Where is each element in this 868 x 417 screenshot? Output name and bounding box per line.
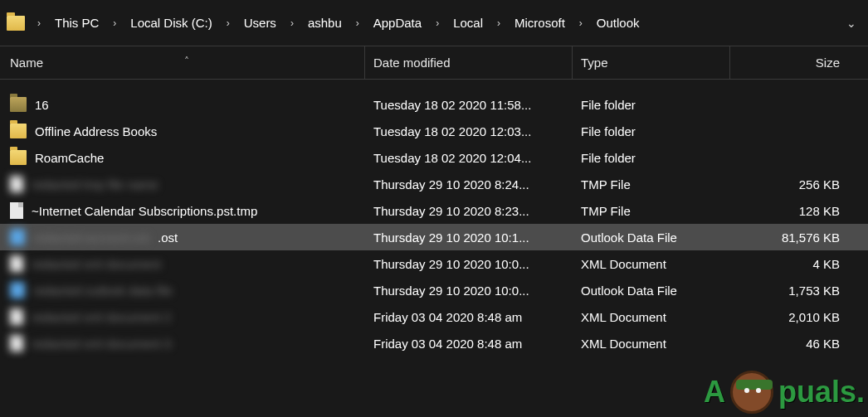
file-name: redacted xml document	[32, 257, 161, 271]
table-row[interactable]: RoamCacheTuesday 18 02 2020 12:04...File…	[0, 144, 868, 171]
cell-date-modified: Thursday 29 10 2020 10:1...	[365, 230, 573, 245]
watermark-prefix: A	[704, 375, 725, 410]
cell-size: 1,753 KB	[730, 284, 868, 298]
cell-type: XML Document	[573, 337, 730, 351]
folder-icon	[10, 150, 27, 165]
file-name: ~Internet Calendar Subscriptions.pst.tmp	[32, 204, 257, 218]
cell-type: TMP File	[573, 204, 730, 218]
cell-name: redacted xml document 3	[0, 335, 365, 352]
data-file-icon	[10, 229, 25, 245]
cell-date-modified: Tuesday 18 02 2020 12:03...	[365, 124, 573, 138]
cell-size: 2,010 KB	[730, 310, 868, 324]
table-row[interactable]: redacted xml document 2Friday 03 04 2020…	[0, 303, 868, 330]
crumb-local[interactable]: Local	[448, 12, 488, 33]
crumb-users[interactable]: Users	[239, 12, 281, 33]
cell-size: 46 KB	[730, 337, 868, 351]
file-icon	[10, 308, 23, 325]
file-list: 16Tuesday 18 02 2020 11:58...File folder…	[0, 80, 868, 356]
file-icon	[10, 176, 23, 192]
sort-up-icon: ˄	[184, 56, 189, 67]
folder-icon	[10, 124, 27, 138]
crumb-local-disk[interactable]: Local Disk (C:)	[125, 12, 217, 33]
chevron-right-icon[interactable]: ›	[350, 16, 365, 31]
chevron-down-icon[interactable]: ⌄	[841, 17, 861, 30]
cell-size: 81,576 KB	[730, 230, 868, 245]
cell-date-modified: Thursday 29 10 2020 10:0...	[365, 257, 573, 271]
breadcrumb-bar[interactable]: › This PC › Local Disk (C:) › Users › as…	[0, 0, 868, 46]
cell-date-modified: Thursday 29 10 2020 8:23...	[365, 204, 573, 218]
mascot-icon	[730, 371, 773, 414]
cell-name: redacted xml document 2	[0, 308, 365, 325]
cell-size: 4 KB	[730, 257, 868, 271]
cell-type: File folder	[573, 98, 730, 112]
crumb-microsoft[interactable]: Microsoft	[510, 12, 570, 33]
file-name-suffix: .ost	[158, 230, 178, 245]
table-row[interactable]: 16Tuesday 18 02 2020 11:58...File folder	[0, 91, 868, 118]
file-name: redacted xml document 3	[32, 337, 171, 351]
table-row[interactable]: Offline Address BooksTuesday 18 02 2020 …	[0, 118, 868, 144]
table-row[interactable]: redacted xml document 3Friday 03 04 2020…	[0, 330, 868, 356]
cell-date-modified: Friday 03 04 2020 8:48 am	[365, 310, 573, 324]
table-row[interactable]: redacted tmp file nameThursday 29 10 202…	[0, 171, 868, 197]
chevron-right-icon[interactable]: ›	[573, 16, 588, 31]
table-row[interactable]: ~Internet Calendar Subscriptions.pst.tmp…	[0, 197, 868, 224]
cell-type: XML Document	[573, 310, 730, 324]
cell-date-modified: Thursday 29 10 2020 10:0...	[365, 284, 573, 298]
cell-date-modified: Tuesday 18 02 2020 12:04...	[365, 151, 573, 165]
table-row[interactable]: redacted outlook data fileThursday 29 10…	[0, 277, 868, 303]
column-header-name[interactable]: Name ˄	[0, 46, 365, 79]
column-headers: Name ˄ Date modified Type Size	[0, 46, 868, 80]
crumb-appdata[interactable]: AppData	[368, 12, 427, 33]
cell-name: ~Internet Calendar Subscriptions.pst.tmp	[0, 202, 365, 219]
cell-name: redacted-account.ost.ost	[0, 229, 365, 245]
cell-name: Offline Address Books	[0, 124, 365, 138]
cell-name: redacted xml document	[0, 255, 365, 272]
file-name: RoamCache	[35, 151, 104, 165]
cell-type: TMP File	[573, 177, 730, 192]
file-icon	[10, 202, 23, 219]
file-icon	[10, 335, 23, 352]
data-file-icon	[10, 282, 25, 298]
crumb-this-pc[interactable]: This PC	[50, 12, 104, 33]
column-header-type[interactable]: Type	[573, 46, 730, 79]
cell-date-modified: Thursday 29 10 2020 8:24...	[365, 177, 573, 192]
chevron-right-icon[interactable]: ›	[430, 16, 445, 31]
table-row[interactable]: redacted-account.ost.ostThursday 29 10 2…	[0, 224, 868, 250]
file-icon	[10, 255, 23, 272]
cell-type: File folder	[573, 124, 730, 138]
cell-size: 128 KB	[730, 204, 868, 218]
cell-date-modified: Friday 03 04 2020 8:48 am	[365, 337, 573, 351]
column-header-label: Date modified	[373, 56, 451, 70]
column-header-size[interactable]: Size	[730, 46, 868, 79]
column-header-label: Size	[816, 56, 840, 70]
chevron-right-icon[interactable]: ›	[32, 16, 46, 31]
folder-icon	[10, 97, 27, 112]
cell-name: RoamCache	[0, 150, 365, 165]
watermark: A puals.	[704, 371, 865, 414]
file-name: redacted tmp file name	[32, 177, 158, 192]
cell-name: 16	[0, 97, 365, 112]
cell-name: redacted tmp file name	[0, 176, 365, 192]
file-name: redacted-account.ost	[33, 230, 149, 245]
file-name: 16	[35, 98, 49, 112]
folder-icon	[7, 16, 25, 31]
chevron-right-icon[interactable]: ›	[107, 16, 122, 31]
chevron-right-icon[interactable]: ›	[285, 16, 300, 31]
file-name: Offline Address Books	[35, 124, 157, 138]
file-name: redacted xml document 2	[32, 310, 171, 324]
watermark-suffix: puals.	[778, 375, 865, 410]
cell-type: File folder	[573, 151, 730, 165]
crumb-user[interactable]: ashbu	[303, 12, 347, 33]
table-row[interactable]: redacted xml documentThursday 29 10 2020…	[0, 250, 868, 277]
chevron-right-icon[interactable]: ›	[221, 16, 236, 31]
column-header-label: Name	[10, 56, 43, 70]
file-name: redacted outlook data file	[33, 284, 173, 298]
cell-date-modified: Tuesday 18 02 2020 11:58...	[365, 98, 573, 112]
column-header-label: Type	[581, 56, 608, 70]
cell-type: Outlook Data File	[573, 230, 730, 245]
cell-size: 256 KB	[730, 177, 868, 192]
chevron-right-icon[interactable]: ›	[491, 16, 506, 31]
crumb-outlook[interactable]: Outlook	[592, 12, 645, 33]
cell-name: redacted outlook data file	[0, 282, 365, 298]
column-header-modified[interactable]: Date modified	[365, 46, 573, 79]
